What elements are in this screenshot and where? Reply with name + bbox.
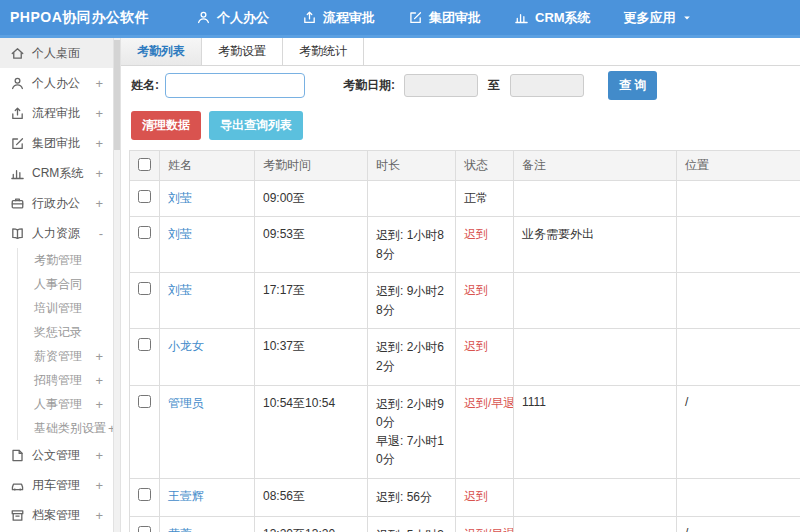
filter-row: 姓名: 考勤日期: 至 查 询 (121, 66, 800, 104)
topnav-item[interactable]: 个人办公 (196, 9, 269, 27)
date-filter-label: 考勤日期: (343, 77, 395, 94)
expand-toggle-icon[interactable]: + (93, 478, 105, 493)
expand-toggle-icon[interactable]: + (106, 421, 113, 436)
note-cell (514, 329, 677, 385)
expand-toggle-icon[interactable]: + (93, 349, 105, 364)
duration-line: 迟到: 56分 (376, 488, 447, 507)
row-checkbox[interactable] (138, 395, 151, 408)
sidebar-item[interactable]: 档案管理+ (0, 500, 113, 530)
sidebar-subitem[interactable]: 培训管理 (18, 296, 113, 320)
car-icon (10, 478, 25, 493)
sidebar-subitem[interactable]: 招聘管理+ (18, 368, 113, 392)
expand-toggle-icon[interactable]: + (93, 166, 105, 181)
sidebar-subitem-label: 招聘管理 (34, 372, 93, 389)
employee-name-link[interactable]: 小龙女 (168, 339, 204, 353)
sidebar-item[interactable]: 个人桌面 (0, 38, 113, 68)
expand-toggle-icon[interactable]: + (93, 76, 105, 91)
employee-name-link[interactable]: 刘莹 (168, 191, 192, 205)
sidebar-item-label: 公文管理 (32, 447, 86, 464)
topnav-item[interactable]: 流程审批 (302, 9, 375, 27)
sidebar-item[interactable]: 集团审批+ (0, 128, 113, 158)
sidebar-subitem[interactable]: 基础类别设置+ (18, 416, 113, 440)
expand-toggle-icon[interactable]: - (97, 226, 105, 241)
sidebar-item[interactable]: 行政办公+ (0, 188, 113, 218)
attendance-table: 姓名考勤时间时长状态备注位置 刘莹09:00至正常刘莹09:53至迟到: 1小时… (129, 150, 800, 532)
sidebar-subitem-label: 基础类别设置 (34, 420, 106, 437)
row-checkbox[interactable] (138, 226, 151, 239)
tab[interactable]: 考勤设置 (202, 38, 283, 65)
employee-name-link[interactable]: 刘莹 (168, 227, 192, 241)
tab[interactable]: 考勤列表 (121, 38, 202, 65)
tab[interactable]: 考勤统计 (283, 38, 364, 65)
clear-data-button[interactable]: 清理数据 (131, 111, 201, 140)
expand-toggle-icon[interactable]: + (93, 448, 105, 463)
sidebar-item[interactable]: CRM系统+ (0, 158, 113, 188)
topnav-item[interactable]: 集团审批 (408, 9, 481, 27)
expand-toggle-icon[interactable]: + (93, 106, 105, 121)
sidebar-subitem[interactable]: 薪资管理+ (18, 344, 113, 368)
employee-name-link[interactable]: 管理员 (168, 396, 204, 410)
expand-toggle-icon[interactable]: + (93, 196, 105, 211)
name-cell: 刘莹 (160, 273, 255, 329)
status-cell: 迟到/早退 (456, 516, 514, 532)
sidebar-subitem[interactable]: 人事合同 (18, 272, 113, 296)
accent-divider (0, 35, 800, 38)
row-checkbox[interactable] (138, 488, 151, 501)
sidebar-item[interactable]: 人力资源- (0, 218, 113, 248)
status-badge: 迟到 (464, 339, 488, 353)
attendance-table-wrap: 姓名考勤时间时长状态备注位置 刘莹09:00至正常刘莹09:53至迟到: 1小时… (121, 150, 800, 532)
employee-name-link[interactable]: 黄蓉 (168, 527, 192, 532)
date-to-input[interactable] (510, 74, 584, 97)
sidebar-subitem[interactable]: 奖惩记录 (18, 320, 113, 344)
search-button[interactable]: 查 询 (608, 71, 657, 100)
sidebar-item[interactable]: 公文管理+ (0, 440, 113, 470)
flow-icon (10, 106, 25, 121)
duration-line: 迟到: 1小时88分 (376, 226, 447, 263)
row-checkbox[interactable] (138, 526, 151, 532)
table-row: 管理员10:54至10:54迟到: 2小时90分早退: 7小时10分迟到/早退1… (130, 385, 800, 478)
sidebar-item[interactable]: 个人办公+ (0, 68, 113, 98)
table-row: 刘莹09:00至正常 (130, 181, 800, 217)
date-from-input[interactable] (404, 74, 478, 97)
sidebar-item[interactable]: 用车管理+ (0, 470, 113, 500)
name-filter-input[interactable] (165, 73, 305, 98)
employee-name-link[interactable]: 王壹辉 (168, 489, 204, 503)
row-checkbox[interactable] (138, 338, 151, 351)
topnav-item-label: 流程审批 (323, 9, 375, 27)
location-cell (677, 478, 800, 516)
status-cell: 迟到 (456, 273, 514, 329)
duration-cell: 迟到: 2小时62分 (368, 329, 456, 385)
row-checkbox[interactable] (138, 190, 151, 203)
scrollbar-thumb[interactable] (114, 40, 120, 150)
time-cell: 09:00至 (255, 181, 368, 217)
topnav-item[interactable]: CRM系统 (514, 9, 591, 27)
expand-toggle-icon[interactable]: + (93, 397, 105, 412)
sidebar-scrollbar[interactable] (113, 38, 121, 532)
sidebar-subitem[interactable]: 考勤管理 (18, 248, 113, 272)
date-to-label: 至 (488, 77, 500, 94)
sidebar-item-label: 个人办公 (32, 75, 86, 92)
sidebar-subitem-label: 奖惩记录 (34, 324, 105, 341)
user-icon (10, 76, 25, 91)
expand-toggle-icon[interactable]: + (93, 373, 105, 388)
row-checkbox[interactable] (138, 282, 151, 295)
location-cell (677, 217, 800, 273)
note-cell (514, 516, 677, 532)
location-cell: / (677, 516, 800, 532)
time-cell: 13:20至13:20 (255, 516, 368, 532)
expand-toggle-icon[interactable]: + (93, 136, 105, 151)
time-cell: 10:54至10:54 (255, 385, 368, 478)
note-cell (514, 181, 677, 217)
sidebar-subitem[interactable]: 人事管理+ (18, 392, 113, 416)
status-badge: 迟到 (464, 489, 488, 503)
topnav-item[interactable]: 更多应用 (624, 9, 692, 27)
export-list-button[interactable]: 导出查询列表 (209, 111, 303, 140)
column-header: 姓名 (160, 151, 255, 181)
sidebar-item[interactable]: 流程审批+ (0, 98, 113, 128)
duration-cell: 迟到: 2小时90分早退: 7小时10分 (368, 385, 456, 478)
select-all-checkbox[interactable] (138, 158, 151, 171)
column-header: 备注 (514, 151, 677, 181)
employee-name-link[interactable]: 刘莹 (168, 283, 192, 297)
status-cell: 迟到 (456, 478, 514, 516)
expand-toggle-icon[interactable]: + (93, 508, 105, 523)
